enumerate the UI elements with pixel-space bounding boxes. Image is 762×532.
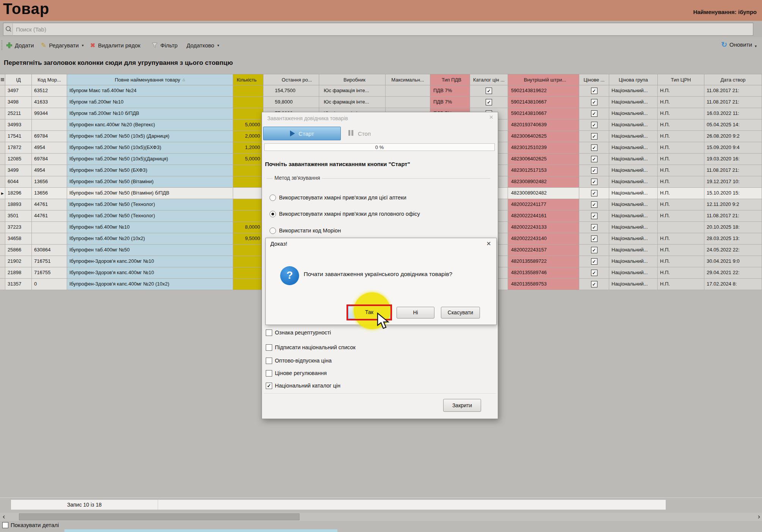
cell-qty[interactable] [233, 199, 263, 210]
cell-price[interactable]: ✓ [579, 222, 609, 233]
cell-indicator[interactable] [0, 85, 5, 97]
cell-id[interactable]: 21902 [5, 256, 32, 267]
cell-qty[interactable]: 5,0000 [233, 154, 263, 165]
cell-indicator[interactable] [0, 97, 5, 108]
cell-price[interactable]: ✓ [579, 267, 609, 279]
cell-bar[interactable]: 5902143810667 [508, 108, 579, 119]
cell-indicator[interactable] [0, 222, 5, 233]
table-row[interactable]: 349763512Ібупром Макс таб.400мг №24154,7… [0, 85, 762, 97]
cell-code[interactable] [32, 233, 67, 245]
cell-date[interactable]: 11.08.2017 21: [704, 85, 762, 97]
cell-crn[interactable]: Н.П. [658, 279, 704, 290]
refresh-button[interactable]: ↻ Оновити ▾ [721, 41, 757, 48]
cell-code[interactable]: 13656 [32, 188, 67, 199]
dialog-checkbox-3[interactable]: Оптово-відпускна ціна [266, 357, 332, 364]
cell-vendor[interactable]: Юс фармація інте... [319, 97, 386, 108]
cell-grp[interactable]: Національний... [609, 131, 658, 142]
cell-max[interactable] [386, 85, 430, 97]
cell-qty[interactable] [233, 279, 263, 290]
no-button[interactable]: Ні [397, 307, 434, 319]
cell-grp[interactable]: Національний... [609, 165, 658, 176]
cell-last[interactable]: 154,7500 [263, 85, 319, 97]
cell-price[interactable]: ✓ [579, 154, 609, 165]
cell-date[interactable]: 19.12.2017 10: [704, 176, 762, 188]
cell-qty[interactable] [233, 108, 263, 119]
column-header-crn[interactable]: Тип ЦРН [658, 74, 704, 85]
cell-date[interactable]: 26.08.2020 9:2 [704, 131, 762, 142]
start-button[interactable]: Старт [263, 127, 341, 140]
cell-bar[interactable]: 5902143819622 [508, 85, 579, 97]
cell-id[interactable]: 6044 [5, 176, 32, 188]
column-header-max[interactable]: Максимальн... [386, 74, 430, 85]
column-header-code[interactable]: Код Мор... [32, 74, 67, 85]
cell-code[interactable]: 41633 [32, 97, 67, 108]
cell-qty[interactable] [233, 245, 263, 256]
cell-indicator[interactable] [0, 279, 5, 290]
cell-name[interactable]: Ібупрофен таб.200мг №50 (Технолог) [67, 210, 233, 222]
cell-name[interactable]: Ібупрофен таб.200мг №50 (БХФЗ) [67, 165, 233, 176]
cell-id[interactable]: 31357 [5, 279, 32, 290]
cell-crn[interactable]: Н.П. [658, 165, 704, 176]
cell-bar[interactable]: 5902143810667 [508, 97, 579, 108]
cell-indicator[interactable] [0, 267, 5, 279]
cell-name[interactable]: Ібупрофен таб.200мг №50 (Технолог) [67, 199, 233, 210]
cell-last[interactable]: 59,8000 [263, 97, 319, 108]
cell-name[interactable]: Ібупрофен таб.200мг №50 (Вітаміни) [67, 176, 233, 188]
cell-cat[interactable]: ✓ [470, 85, 508, 97]
cell-crn[interactable]: Н.П. [658, 176, 704, 188]
cell-grp[interactable]: Національний... [609, 85, 658, 97]
cell-id[interactable]: 25866 [5, 245, 32, 256]
search-box[interactable] [3, 23, 753, 36]
cell-id[interactable]: 3497 [5, 85, 32, 97]
cell-date[interactable]: 30.04.2021 9:0 [704, 256, 762, 267]
cell-id[interactable]: 34993 [5, 119, 32, 131]
cell-indicator[interactable] [0, 176, 5, 188]
cell-bar[interactable]: 4820135589753 [508, 279, 579, 290]
scroll-right-icon[interactable]: › [758, 512, 760, 521]
cell-code[interactable]: 716751 [32, 256, 67, 267]
cell-crn[interactable]: Н.П. [658, 199, 704, 210]
table-row[interactable]: 349841633Ібупром таб.200мг №1059,8000Юс … [0, 97, 762, 108]
cell-crn[interactable]: Н.П. [658, 97, 704, 108]
show-details-toggle[interactable]: Показувати деталі [2, 522, 59, 528]
cell-grp[interactable]: Національний... [609, 119, 658, 131]
cell-id[interactable]: 25211 [5, 108, 32, 119]
cell-crn[interactable]: Н.П. [658, 108, 704, 119]
cell-name[interactable]: Ібупрофен таб.200мг №50 (10х5)(Дарниця) [67, 154, 233, 165]
cell-max[interactable] [386, 97, 430, 108]
cell-code[interactable]: 630864 [32, 245, 67, 256]
dialog-checkbox-4[interactable]: Цінове регулювання [266, 369, 327, 377]
cell-price[interactable]: ✓ [579, 85, 609, 97]
cell-code[interactable]: 44761 [32, 210, 67, 222]
toolbar-grip-icon[interactable] [2, 40, 2, 50]
cell-indicator[interactable] [0, 256, 5, 267]
cell-bar[interactable]: 4820193740639 [508, 119, 579, 131]
column-header-id[interactable]: ІД [5, 74, 32, 85]
cell-bar[interactable]: 4820022243157 [508, 245, 579, 256]
delete-row-button[interactable]: ✖ Видалити рядок [90, 37, 140, 53]
column-header-qty[interactable]: Кількість [233, 74, 263, 85]
cell-date[interactable]: 28.03.2025 13: [704, 233, 762, 245]
cell-bar[interactable]: 4823008902482 [508, 188, 579, 199]
cell-date[interactable]: 12.11.2020 9:2 [704, 199, 762, 210]
radio-method-option-3[interactable]: Використати код Моріон [270, 227, 341, 234]
cell-date[interactable]: 15.09.2020 9:4 [704, 142, 762, 154]
cell-price[interactable]: ✓ [579, 97, 609, 108]
cell-code[interactable]: 99344 [32, 108, 67, 119]
cell-crn[interactable]: Н.П. [658, 131, 704, 142]
cell-price[interactable]: ✓ [579, 131, 609, 142]
cell-vat[interactable]: ПДВ 7% [430, 97, 470, 108]
column-header-indicator[interactable] [0, 74, 5, 85]
cell-code[interactable]: 63512 [32, 85, 67, 97]
cell-crn[interactable]: Н.П. [658, 119, 704, 131]
cell-qty[interactable] [233, 256, 263, 267]
dialog-checkbox-1[interactable]: Ознака рецептурності [266, 329, 331, 336]
cell-price[interactable]: ✓ [579, 176, 609, 188]
cell-grp[interactable]: Національний... [609, 142, 658, 154]
cell-id[interactable]: 18893 [5, 199, 32, 210]
cell-code[interactable]: 4954 [32, 142, 67, 154]
cell-qty[interactable] [233, 85, 263, 97]
column-header-price[interactable]: Цінове ... [579, 74, 609, 85]
cell-price[interactable]: ✓ [579, 108, 609, 119]
cell-vendor[interactable]: Юс фармація інте... [319, 85, 386, 97]
